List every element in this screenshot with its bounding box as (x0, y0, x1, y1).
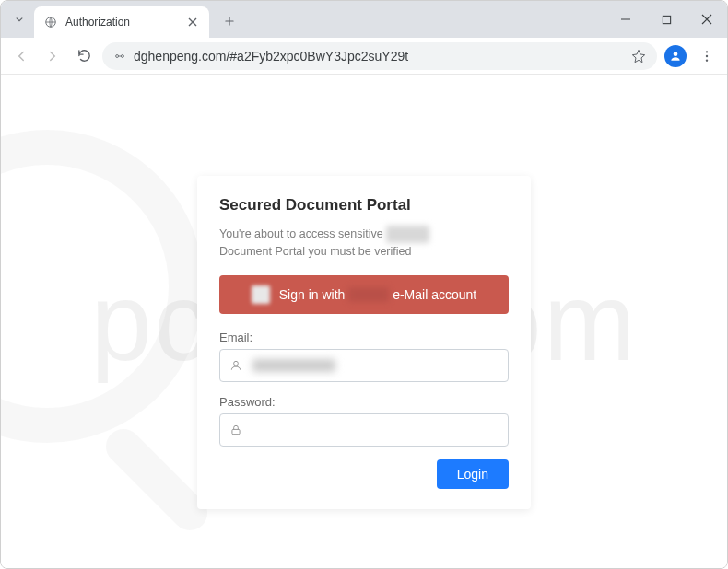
plus-icon (223, 15, 236, 28)
lock-icon (229, 423, 243, 437)
url-text: dghenpeng.com/#a2Fyb2xpc0BwY3Jpc2suY29t (134, 49, 624, 64)
back-button[interactable] (8, 43, 34, 69)
svg-point-3 (121, 54, 123, 57)
titlebar: Authorization (1, 1, 727, 38)
close-icon (188, 17, 197, 27)
close-icon (701, 14, 712, 25)
menu-button[interactable] (694, 43, 720, 69)
toolbar: dghenpeng.com/#a2Fyb2xpc0BwY3Jpc2suY29t (1, 38, 727, 75)
email-input-wrap (219, 349, 509, 382)
tab-search-dropdown[interactable] (8, 8, 30, 30)
new-tab-button[interactable] (217, 8, 242, 34)
svg-rect-1 (663, 16, 670, 23)
profile-button[interactable] (663, 43, 688, 69)
card-subtitle: You're about to access sensitive xxxxx D… (219, 226, 509, 261)
svg-point-8 (234, 361, 239, 366)
card-title: Secured Document Portal (219, 196, 509, 215)
minimize-icon (620, 14, 631, 25)
login-card: Secured Document Portal You're about to … (197, 176, 531, 509)
browser-tab[interactable]: Authorization (34, 6, 209, 38)
signin-prefix: Sign in with (279, 287, 348, 302)
maximize-button[interactable] (653, 6, 679, 32)
tab-title: Authorization (65, 16, 185, 29)
signin-label: Sign in with xxxx e-Mail account (279, 287, 476, 302)
address-bar[interactable]: dghenpeng.com/#a2Fyb2xpc0BwY3Jpc2suY29t (102, 42, 657, 70)
password-input[interactable] (219, 413, 509, 447)
maximize-icon (662, 15, 672, 25)
subtitle-text-2: Document Portal you must be verified (219, 245, 411, 258)
svg-point-6 (706, 54, 708, 56)
kebab-icon (699, 49, 714, 64)
star-icon[interactable] (631, 49, 646, 64)
user-icon (229, 358, 243, 373)
svg-point-2 (116, 54, 119, 57)
chevron-down-icon (13, 13, 26, 26)
browser-window: Authorization (0, 0, 728, 569)
window-controls (613, 1, 720, 38)
arrow-right-icon (44, 48, 61, 64)
site-info-icon (113, 50, 126, 63)
reload-icon (76, 48, 92, 64)
globe-icon (43, 15, 58, 29)
forward-button[interactable] (40, 43, 65, 69)
tab-close-button[interactable] (185, 15, 200, 29)
profile-avatar-icon (664, 45, 687, 67)
password-label: Password: (219, 395, 509, 409)
signin-with-button[interactable]: Sign in with xxxx e-Mail account (219, 275, 509, 314)
card-footer: Login (219, 459, 509, 489)
login-button[interactable]: Login (437, 459, 509, 489)
signin-suffix: e-Mail account (389, 287, 476, 302)
svg-point-7 (706, 59, 708, 61)
close-window-button[interactable] (694, 6, 720, 32)
subtitle-text-1: You're about to access sensitive (219, 227, 386, 240)
provider-logo-icon (252, 285, 270, 304)
minimize-button[interactable] (613, 6, 639, 32)
password-input-wrap (219, 413, 509, 447)
arrow-left-icon (13, 48, 29, 64)
svg-point-4 (674, 52, 678, 56)
email-label: Email: (219, 331, 509, 344)
svg-point-5 (706, 51, 708, 52)
redacted-email-value (252, 359, 335, 372)
svg-rect-9 (232, 429, 240, 434)
redacted-provider: xxxx (348, 287, 389, 302)
redacted-text: xxxxx (386, 226, 429, 243)
page-content: pcrisk.com Secured Document Portal You'r… (1, 75, 727, 568)
reload-button[interactable] (71, 43, 97, 69)
watermark-magnifier-icon (0, 130, 204, 443)
